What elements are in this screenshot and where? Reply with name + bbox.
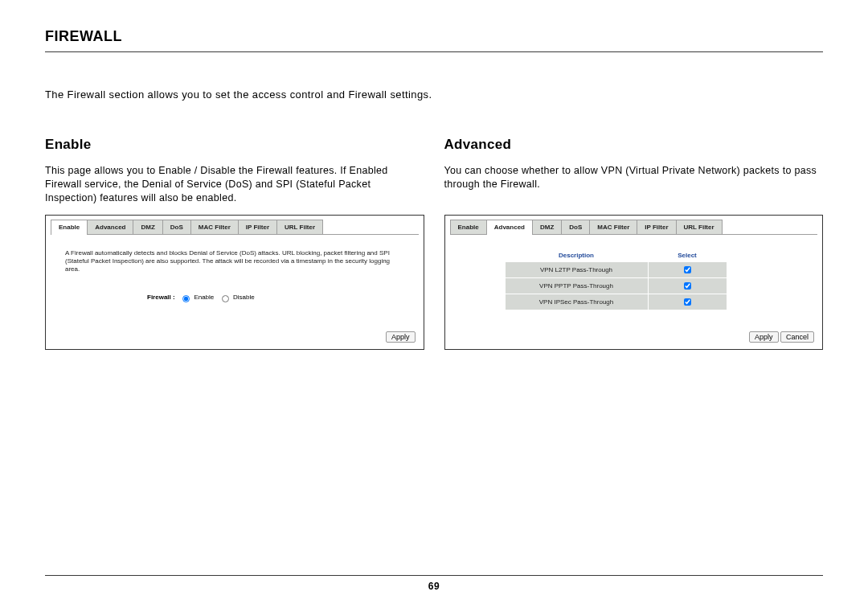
l2tp-checkbox[interactable] bbox=[684, 266, 691, 273]
advanced-column: Advanced You can choose whether to allow… bbox=[444, 137, 824, 350]
tab-dmz[interactable]: DMZ bbox=[533, 220, 562, 234]
intro-text: The Firewall section allows you to set t… bbox=[45, 88, 823, 101]
two-columns: Enable This page allows you to Enable / … bbox=[45, 137, 823, 350]
firewall-disable-radio[interactable] bbox=[222, 295, 229, 302]
table-row: VPN PPTP Pass-Through bbox=[505, 278, 727, 294]
firewall-radio-row: Firewall : Enable Disable bbox=[51, 273, 419, 302]
tab-url-filter[interactable]: URL Filter bbox=[277, 220, 323, 234]
tab-mac-filter[interactable]: MAC Filter bbox=[590, 220, 637, 234]
apply-button[interactable]: Apply bbox=[386, 331, 416, 343]
row-desc: VPN PPTP Pass-Through bbox=[505, 278, 648, 294]
row-desc: VPN L2TP Pass-Through bbox=[505, 262, 648, 278]
tab-ip-filter[interactable]: IP Filter bbox=[239, 220, 277, 234]
tab-dos[interactable]: DoS bbox=[163, 220, 191, 234]
document-page: FIREWALL The Firewall section allows you… bbox=[0, 0, 868, 608]
ipsec-checkbox[interactable] bbox=[684, 298, 691, 306]
tab-bar-advanced: Enable Advanced DMZ DoS MAC Filter IP Fi… bbox=[450, 220, 818, 235]
firewall-radio-label: Firewall : bbox=[147, 294, 175, 301]
advanced-description: You can choose whether to allow VPN (Vir… bbox=[444, 164, 824, 208]
apply-button[interactable]: Apply bbox=[749, 331, 779, 343]
th-description: Description bbox=[505, 249, 648, 262]
firewall-enable-label: Enable bbox=[194, 294, 214, 301]
enable-button-row: Apply bbox=[386, 331, 416, 343]
table-row: VPN IPSec Pass-Through bbox=[505, 294, 727, 310]
advanced-button-row: Apply Cancel bbox=[749, 331, 814, 343]
enable-heading: Enable bbox=[45, 137, 424, 153]
enable-screenshot: Enable Advanced DMZ DoS MAC Filter IP Fi… bbox=[45, 215, 424, 350]
page-title: FIREWALL bbox=[45, 28, 823, 45]
row-select bbox=[648, 278, 727, 294]
table-header-row: Description Select bbox=[505, 249, 727, 262]
divider-bottom bbox=[45, 575, 823, 576]
enable-column: Enable This page allows you to Enable / … bbox=[45, 137, 424, 350]
tab-enable[interactable]: Enable bbox=[51, 220, 88, 234]
enable-description: This page allows you to Enable / Disable… bbox=[45, 164, 424, 208]
tab-url-filter[interactable]: URL Filter bbox=[677, 220, 723, 234]
tab-bar: Enable Advanced DMZ DoS MAC Filter IP Fi… bbox=[51, 220, 419, 235]
advanced-heading: Advanced bbox=[444, 137, 824, 153]
table-row: VPN L2TP Pass-Through bbox=[505, 262, 727, 278]
tab-dmz[interactable]: DMZ bbox=[133, 220, 162, 234]
enable-panel-text: A Firewall automatically detects and blo… bbox=[51, 235, 419, 273]
row-select bbox=[648, 262, 727, 278]
tab-mac-filter[interactable]: MAC Filter bbox=[191, 220, 239, 234]
page-number: 69 bbox=[0, 581, 868, 592]
row-select bbox=[648, 294, 727, 310]
tab-dos[interactable]: DoS bbox=[562, 220, 590, 234]
divider-top bbox=[45, 51, 823, 52]
th-select: Select bbox=[648, 249, 727, 262]
advanced-table-wrap: Description Select VPN L2TP Pass-Through… bbox=[450, 235, 818, 310]
firewall-enable-radio[interactable] bbox=[182, 295, 190, 302]
tab-advanced[interactable]: Advanced bbox=[88, 220, 133, 234]
row-desc: VPN IPSec Pass-Through bbox=[505, 294, 648, 310]
cancel-button[interactable]: Cancel bbox=[780, 331, 814, 343]
advanced-table: Description Select VPN L2TP Pass-Through… bbox=[505, 249, 727, 310]
pptp-checkbox[interactable] bbox=[684, 282, 691, 290]
tab-enable[interactable]: Enable bbox=[450, 220, 487, 234]
tab-advanced[interactable]: Advanced bbox=[487, 220, 533, 234]
advanced-screenshot: Enable Advanced DMZ DoS MAC Filter IP Fi… bbox=[444, 215, 824, 350]
tab-ip-filter[interactable]: IP Filter bbox=[637, 220, 676, 234]
firewall-disable-label: Disable bbox=[233, 294, 255, 301]
